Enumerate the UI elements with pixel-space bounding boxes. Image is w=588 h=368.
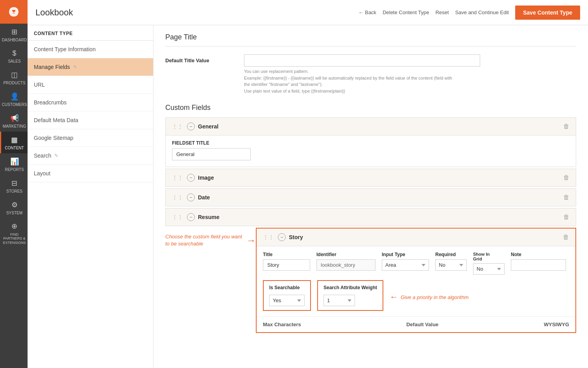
drag-handle-date[interactable]: ⋮⋮ (172, 194, 183, 201)
sidebar-section-title: CONTENT TYPE (28, 25, 153, 41)
fieldset-resume: ⋮⋮ − Resume 🗑 (165, 208, 576, 226)
required-field-label: Required (435, 252, 467, 257)
dashboard-icon: ⊞ (11, 28, 17, 36)
sidebar-item-google-sitemap[interactable]: Google Sitemap (28, 129, 153, 147)
sidebar-item-reports[interactable]: 📊 REPORTS (0, 153, 28, 175)
field-group-identifier: Identifier (316, 252, 375, 275)
delete-story-button[interactable]: 🗑 (563, 234, 569, 241)
manage-fields-row: Manage Fields ✎ (34, 64, 147, 70)
reset-button[interactable]: Reset (435, 9, 449, 15)
is-searchable-label: Is Searchable (269, 285, 305, 290)
delete-date-button[interactable]: 🗑 (563, 194, 570, 201)
save-continue-button[interactable]: Save and Continue Edit (455, 9, 509, 15)
toggle-date[interactable]: − (187, 193, 195, 201)
fieldset-date-header[interactable]: ⋮⋮ − Date 🗑 (166, 189, 576, 206)
delete-resume-button[interactable]: 🗑 (563, 214, 570, 221)
fieldset-story: ⋮⋮ − Story 🗑 Title (256, 228, 576, 333)
sidebar-item-stores[interactable]: ⊟ STORES (0, 175, 28, 197)
fieldset-general-header[interactable]: ⋮⋮ − General 🗑 (166, 118, 576, 135)
edit-pencil-icon: ✎ (73, 64, 77, 70)
toggle-story[interactable]: − (278, 233, 286, 241)
left-sidebar: CONTENT TYPE Content Type Information Ma… (28, 25, 153, 368)
sidebar-item-default-meta[interactable]: Default Meta Data (28, 112, 153, 129)
field-group-show-in-grid: Show InGrid No Yes (473, 252, 505, 275)
sidebar-item-marketing[interactable]: 📢 MARKETING (0, 110, 28, 132)
left-navigation: ⊞ DASHBOARD $ SALES ◫ PRODUCTS 👤 CUSTOME… (0, 0, 28, 368)
max-characters-label: Max Characters (263, 322, 301, 327)
fieldset-story-bottom: Max Characters Default Value WYSIWYG (257, 316, 575, 332)
field-group-title: Title (263, 252, 310, 275)
fieldset-general-name: General (198, 123, 563, 130)
search-weight-label: Search Attribute Weight (324, 285, 377, 290)
sidebar-item-dashboard[interactable]: ⊞ DASHBOARD (0, 24, 28, 45)
sidebar-item-content[interactable]: ▦ CONTENT (0, 132, 28, 153)
sidebar-item-extensions[interactable]: ⊕ FIND PARTNERS & EXTENSIONS (0, 218, 28, 248)
story-identifier-input[interactable] (316, 259, 375, 271)
toggle-image[interactable]: − (187, 174, 195, 182)
story-note-input[interactable] (511, 259, 566, 271)
is-searchable-box: Is Searchable Yes No (263, 280, 311, 311)
fieldset-general-content: Fieldset Title (166, 135, 576, 167)
sidebar-item-products[interactable]: ◫ PRODUCTS (0, 67, 28, 88)
search-weight-box: Search Attribute Weight 1 2 3 4 5 (317, 280, 383, 311)
search-row: Search ✎ (34, 152, 147, 159)
delete-content-type-button[interactable]: Delete Content Type (383, 9, 429, 15)
fieldset-image-header[interactable]: ⋮⋮ − Image 🗑 (166, 169, 576, 186)
fieldset-general: ⋮⋮ − General 🗑 Fieldset Title (165, 117, 576, 167)
sidebar-item-search[interactable]: Search ✎ (28, 147, 153, 165)
sidebar-item-manage-fields[interactable]: Manage Fields ✎ (28, 58, 153, 76)
toggle-resume[interactable]: − (187, 213, 195, 221)
sidebar-item-sales[interactable]: $ SALES (0, 45, 28, 67)
left-annotation-text: Choose the custom field you want to be s… (165, 233, 243, 247)
default-title-field: You can use replacement pattern. Example… (244, 54, 576, 94)
story-fieldset-container: ⋮⋮ − Story 🗑 Title (256, 228, 576, 335)
fieldset-date: ⋮⋮ − Date 🗑 (165, 188, 576, 206)
stores-icon: ⊟ (11, 179, 17, 188)
story-title-input[interactable] (263, 259, 310, 271)
sidebar-item-content-type-info[interactable]: Content Type Information (28, 41, 153, 58)
fieldset-title-input[interactable] (172, 148, 251, 160)
content-area: CONTENT TYPE Content Type Information Ma… (28, 25, 588, 368)
story-required-select[interactable]: No Yes (435, 259, 467, 271)
story-fields-row2: Is Searchable Yes No Search Attribute (263, 280, 569, 311)
note-field-label: Note (511, 252, 566, 257)
toggle-general[interactable]: − (187, 123, 195, 130)
main-container: Lookbook ← Back Delete Content Type Rese… (28, 0, 588, 368)
reports-icon: 📊 (10, 157, 19, 166)
sidebar-item-breadcrumbs[interactable]: Breadcrumbs (28, 94, 153, 112)
app-logo[interactable] (0, 0, 28, 24)
marketing-icon: 📢 (10, 114, 19, 123)
story-fields-row1: Title Identifier Input Type (263, 252, 569, 275)
right-arrow-icon: ← (390, 292, 398, 302)
page-title-section-heading: Page Title (165, 33, 576, 46)
content-icon: ▦ (11, 136, 18, 144)
is-searchable-select[interactable]: Yes No (269, 295, 305, 306)
story-expanded-content: Title Identifier Input Type (257, 246, 575, 316)
drag-handle-resume[interactable]: ⋮⋮ (172, 214, 183, 220)
sidebar-item-layout[interactable]: Layout (28, 165, 153, 182)
page-header: Lookbook ← Back Delete Content Type Rese… (28, 0, 588, 25)
delete-general-button[interactable]: 🗑 (563, 123, 570, 130)
left-annotation-area: Choose the custom field you want to be s… (165, 228, 256, 247)
sidebar-item-url[interactable]: URL (28, 76, 153, 94)
back-button[interactable]: ← Back (359, 9, 377, 15)
default-title-row: Default Title Value You can use replacem… (165, 54, 576, 94)
story-wrapper-outer: Choose the custom field you want to be s… (165, 228, 576, 335)
story-show-in-grid-select[interactable]: No Yes (473, 263, 505, 275)
right-annotation-text: Give a priority in the algorithm (401, 294, 469, 300)
fieldset-image: ⋮⋮ − Image 🗑 (165, 169, 576, 187)
sidebar-item-customers[interactable]: 👤 CUSTOMERS (0, 88, 28, 110)
sidebar-item-system[interactable]: ⚙ SYSTEM (0, 197, 28, 218)
fieldset-story-header[interactable]: ⋮⋮ − Story 🗑 (257, 229, 575, 246)
default-title-input[interactable] (244, 54, 480, 67)
story-input-type-select[interactable]: Area (382, 259, 429, 271)
search-weight-select[interactable]: 1 2 3 4 5 (324, 295, 355, 306)
fieldset-resume-header[interactable]: ⋮⋮ − Resume 🗑 (166, 208, 576, 226)
delete-image-button[interactable]: 🗑 (563, 174, 570, 181)
default-title-label: Default Title Value (165, 54, 244, 63)
input-type-field-label: Input Type (382, 252, 429, 257)
save-content-type-button[interactable]: Save Content Type (515, 6, 580, 20)
drag-handle-story[interactable]: ⋮⋮ (263, 234, 274, 240)
drag-handle-general[interactable]: ⋮⋮ (172, 123, 183, 130)
drag-handle-image[interactable]: ⋮⋮ (172, 175, 183, 181)
